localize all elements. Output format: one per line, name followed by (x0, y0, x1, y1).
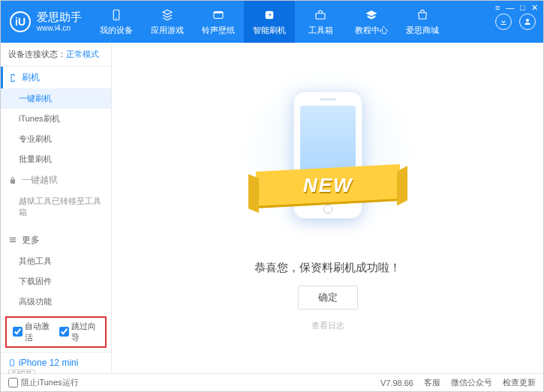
toolbox-icon (313, 7, 328, 22)
success-illustration: NEW (275, 85, 380, 243)
nav-label: 铃声壁纸 (202, 25, 235, 36)
nav-tutorial[interactable]: 教程中心 (346, 1, 397, 43)
auto-activate-checkbox[interactable]: 自动激活 (13, 321, 53, 343)
sidebar-item-flash-2[interactable]: 专业刷机 (1, 129, 111, 149)
flash-icon (262, 7, 277, 22)
main-nav: 我的设备应用游戏铃声壁纸智能刷机工具箱教程中心爱思商城 (91, 1, 495, 43)
sidebar-item-flash-0[interactable]: 一键刷机 (1, 88, 111, 109)
nav-label: 智能刷机 (253, 25, 286, 36)
status-label: 设备连接状态： (8, 49, 66, 58)
app-window: ≡ — □ ✕ iU 爱思助手 www.i4.cn 我的设备应用游戏铃声壁纸智能… (0, 0, 544, 392)
lock-icon (8, 176, 17, 185)
sidebar-section-flash-label: 刷机 (22, 71, 40, 84)
success-message: 恭喜您，保资料刷机成功啦！ (254, 261, 401, 275)
sidebar-section-jailbreak-label: 一键越狱 (22, 174, 58, 187)
auto-activate-label: 自动激活 (25, 321, 53, 343)
svg-point-1 (116, 18, 117, 19)
version-label: V7.98.66 (380, 379, 413, 388)
sidebar-section-more[interactable]: 更多 (1, 229, 111, 251)
nav-label: 工具箱 (308, 25, 333, 36)
nav-flash[interactable]: 智能刷机 (244, 1, 295, 43)
sidebar-section-more-label: 更多 (22, 234, 40, 247)
status-value: 正常模式 (66, 49, 99, 58)
logo-block: iU 爱思助手 www.i4.cn (1, 1, 91, 43)
device-icon (109, 7, 124, 22)
sidebar-item-more-0[interactable]: 其他工具 (1, 251, 111, 271)
jailbreak-note: 越狱工具已转移至工具箱 (1, 191, 111, 223)
check-update-link[interactable]: 检查更新 (503, 377, 536, 388)
sidebar-options-box: 自动激活 跳过向导 (5, 316, 107, 348)
app-name: 爱思助手 (37, 10, 82, 24)
nav-label: 爱思商城 (406, 25, 439, 36)
main-pane: NEW 恭喜您，保资料刷机成功啦！ 确定 查看日志 (112, 43, 543, 373)
nav-label: 应用游戏 (151, 25, 184, 36)
view-log-link[interactable]: 查看日志 (311, 320, 344, 331)
sidebar-item-flash-3[interactable]: 批量刷机 (1, 149, 111, 169)
svg-point-7 (12, 364, 13, 365)
sidebar: 设备连接状态：正常模式 刷机 一键刷机iTunes刷机专业刷机批量刷机 一键越狱… (1, 43, 112, 373)
maximize-button[interactable]: □ (519, 3, 526, 13)
new-ribbon: NEW (256, 163, 400, 205)
nav-apps[interactable]: 应用游戏 (142, 1, 193, 43)
nav-device[interactable]: 我的设备 (91, 1, 142, 43)
nav-store[interactable]: 爱思商城 (397, 1, 448, 43)
wechat-link[interactable]: 微信公众号 (451, 377, 492, 388)
block-itunes-label: 阻止iTunes运行 (21, 377, 79, 388)
device-name: iPhone 12 mini (19, 358, 78, 368)
app-logo-icon: iU (10, 11, 31, 32)
nav-label: 教程中心 (355, 25, 388, 36)
skip-guide-label: 跳过向导 (71, 321, 100, 343)
apps-icon (160, 7, 175, 22)
menu-icon[interactable]: ≡ (494, 3, 500, 13)
sidebar-item-more-2[interactable]: 高级功能 (1, 292, 111, 312)
block-itunes-checkbox[interactable]: 阻止iTunes运行 (8, 377, 79, 388)
store-icon (415, 7, 430, 22)
ribbon-text: NEW (302, 173, 353, 196)
window-controls: ≡ — □ ✕ (494, 3, 539, 13)
skip-guide-checkbox[interactable]: 跳过向导 (59, 321, 100, 343)
statusbar: 阻止iTunes运行 V7.98.66 客服 微信公众号 检查更新 (1, 373, 543, 391)
account-button[interactable] (519, 13, 536, 30)
more-icon (8, 235, 17, 244)
nav-wallet[interactable]: 铃声壁纸 (193, 1, 244, 43)
titlebar: iU 爱思助手 www.i4.cn 我的设备应用游戏铃声壁纸智能刷机工具箱教程中… (1, 1, 543, 43)
ok-button[interactable]: 确定 (298, 286, 358, 310)
device-name-row: iPhone 12 mini (8, 358, 104, 368)
sidebar-section-flash[interactable]: 刷机 (1, 67, 111, 88)
sidebar-section-jailbreak[interactable]: 一键越狱 (1, 169, 111, 191)
device-status: 设备连接状态：正常模式 (1, 43, 111, 67)
tutorial-icon (364, 7, 379, 22)
app-url: www.i4.cn (37, 24, 82, 33)
body: 设备连接状态：正常模式 刷机 一键刷机iTunes刷机专业刷机批量刷机 一键越狱… (1, 43, 543, 373)
minimize-button[interactable]: — (505, 3, 515, 13)
wallet-icon (211, 7, 226, 22)
svg-rect-5 (316, 13, 325, 19)
sidebar-item-more-1[interactable]: 下载固件 (1, 271, 111, 292)
flash-icon (8, 73, 17, 82)
nav-label: 我的设备 (100, 25, 133, 36)
device-block[interactable]: iPhone 12 mini 64GB Down-12mini-13,1 (1, 352, 111, 373)
phone-icon (8, 358, 16, 368)
nav-toolbox[interactable]: 工具箱 (295, 1, 346, 43)
sidebar-item-flash-1[interactable]: iTunes刷机 (1, 109, 111, 129)
close-button[interactable]: ✕ (530, 3, 539, 13)
svg-rect-3 (214, 12, 223, 13)
customer-service-link[interactable]: 客服 (424, 377, 440, 388)
download-button[interactable] (495, 13, 512, 30)
